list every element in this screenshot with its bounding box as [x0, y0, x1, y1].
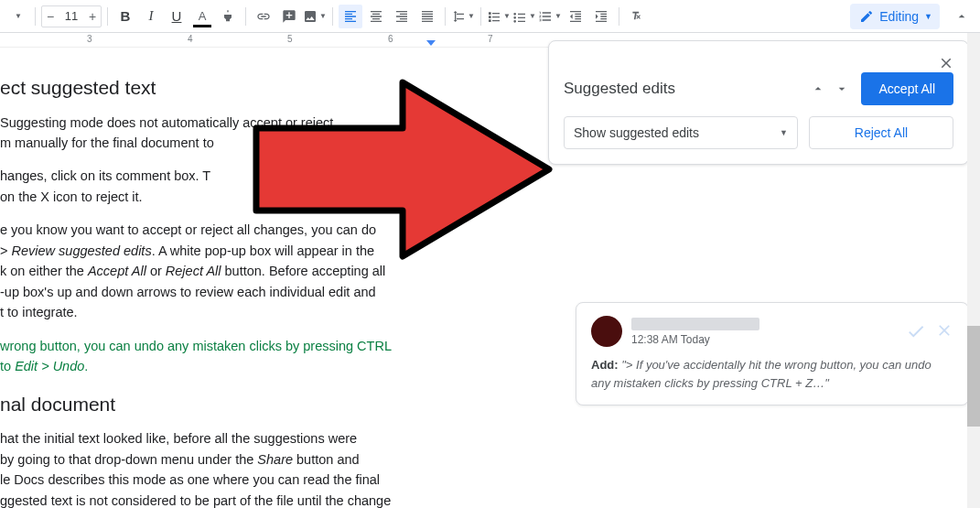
- align-center-button[interactable]: [364, 5, 388, 28]
- indent-marker[interactable]: [426, 40, 436, 46]
- chevron-down-icon: ▼: [780, 128, 788, 137]
- font-size-decrease[interactable]: −: [42, 9, 59, 24]
- reject-all-button[interactable]: Reject All: [809, 116, 953, 149]
- vertical-scrollbar[interactable]: [967, 33, 980, 508]
- checklist-button[interactable]: ▼: [487, 5, 511, 28]
- numbered-list-button[interactable]: ▼: [538, 5, 562, 28]
- heading: nal document: [0, 390, 531, 420]
- prev-edit-button[interactable]: [808, 79, 828, 99]
- separator: [35, 7, 36, 26]
- underline-button[interactable]: U: [165, 5, 188, 28]
- insert-image-button[interactable]: ▼: [303, 5, 327, 28]
- separator: [245, 7, 246, 26]
- user-avatar: [591, 316, 622, 347]
- line-spacing-button[interactable]: ▼: [451, 5, 475, 28]
- next-edit-button[interactable]: [832, 79, 852, 99]
- paragraph: hat the initial text looked like, before…: [0, 428, 531, 508]
- show-suggested-edits-dropdown[interactable]: Show suggested edits ▼: [564, 116, 798, 149]
- pencil-icon: [859, 9, 874, 24]
- user-name-redacted: [631, 318, 759, 330]
- paragraph: e you know you want to accept or reject …: [0, 220, 531, 322]
- add-comment-button[interactable]: [277, 5, 301, 28]
- separator: [619, 7, 619, 26]
- decrease-indent-button[interactable]: [564, 5, 587, 28]
- bulleted-list-button[interactable]: ▼: [512, 5, 536, 28]
- scrollbar-thumb[interactable]: [967, 326, 980, 427]
- increase-indent-button[interactable]: [589, 5, 613, 28]
- suggested-text: wrong button, you can undo any mistaken …: [0, 336, 531, 377]
- paragraph: hanges, click on its comment box. Ton th…: [0, 166, 531, 207]
- add-text: "> If you've accidentally hit the wrong …: [591, 358, 932, 390]
- separator: [107, 7, 108, 26]
- ruler-tick: 5: [287, 34, 293, 44]
- accept-all-button[interactable]: Accept All: [861, 72, 953, 105]
- dropdown-label: Show suggested edits: [574, 125, 699, 140]
- accept-suggestion-button[interactable]: [906, 321, 926, 341]
- italic-button[interactable]: I: [139, 5, 163, 28]
- text-color-button[interactable]: A: [190, 5, 214, 28]
- bold-button[interactable]: B: [113, 5, 137, 28]
- ruler-tick: 7: [488, 34, 493, 44]
- ruler-tick: 6: [388, 34, 393, 44]
- document-content[interactable]: ect suggested text Suggesting mode does …: [0, 48, 531, 508]
- separator: [332, 7, 333, 26]
- chevron-down-icon: ▼: [924, 12, 932, 21]
- separator: [445, 7, 446, 26]
- suggestion-body: Add: "> If you've accidentally hit the w…: [591, 356, 953, 392]
- suggested-edits-panel: Suggested edits Accept All Show suggeste…: [548, 40, 969, 172]
- collapse-toolbar-button[interactable]: [949, 4, 975, 29]
- toolbar: ▼ − + B I U A ▼ ▼ ▼ ▼: [0, 0, 980, 33]
- ruler-tick: 4: [188, 34, 193, 44]
- add-label: Add:: [591, 358, 619, 372]
- separator: [480, 7, 481, 26]
- panel-title: Suggested edits: [564, 80, 799, 98]
- font-size-increase[interactable]: +: [84, 9, 101, 24]
- font-size-input[interactable]: [59, 9, 84, 23]
- ruler-tick: 3: [87, 34, 92, 44]
- editing-mode-dropdown[interactable]: Editing ▼: [850, 4, 940, 29]
- suggestion-comment-card[interactable]: 12:38 AM Today Add: "> If you've acciden…: [576, 302, 969, 405]
- styles-dropdown[interactable]: ▼: [5, 5, 29, 28]
- paragraph: Suggesting mode does not automatically a…: [0, 113, 531, 154]
- editing-mode-label: Editing: [879, 9, 919, 24]
- align-left-button[interactable]: [339, 5, 362, 28]
- suggestion-timestamp: 12:38 AM Today: [631, 333, 759, 346]
- insert-link-button[interactable]: [252, 5, 275, 28]
- font-size-control: − +: [41, 5, 102, 27]
- align-right-button[interactable]: [390, 5, 414, 28]
- reject-suggestion-button[interactable]: [935, 321, 953, 341]
- align-justify-button[interactable]: [415, 5, 439, 28]
- highlight-button[interactable]: [216, 5, 240, 28]
- clear-formatting-button[interactable]: [625, 5, 649, 28]
- close-panel-button[interactable]: [935, 52, 957, 74]
- heading: ect suggested text: [0, 73, 531, 103]
